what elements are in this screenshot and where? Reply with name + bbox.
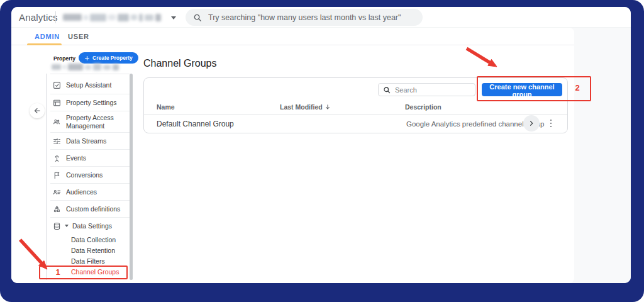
global-search-bar[interactable] (186, 9, 423, 26)
row-more-options-button[interactable] (547, 116, 555, 131)
setup-assistant-icon (53, 81, 61, 89)
data-streams-icon (53, 137, 61, 145)
card-search-input[interactable] (395, 86, 464, 94)
property-section-label: Property (53, 55, 75, 62)
flag-icon (53, 171, 61, 179)
admin-user-tabrow: ADMIN USER (11, 28, 574, 45)
create-channel-group-button[interactable]: Create new channel group (482, 83, 562, 96)
property-selector[interactable] (59, 9, 180, 25)
custom-definitions-icon (53, 205, 61, 213)
top-bar: Analytics (11, 7, 631, 28)
redacted-property-name (52, 63, 121, 71)
sidebar-left-border (46, 74, 47, 280)
sidebar-item-label: Custom definitions (66, 205, 120, 213)
sidebar-subitem-channel-groups[interactable]: Channel Groups (50, 266, 130, 277)
tab-user[interactable]: USER (68, 28, 89, 45)
card-search-box[interactable] (378, 83, 475, 96)
row-name-cell: Default Channel Group (157, 120, 234, 128)
analytics-brand: Analytics (19, 7, 58, 28)
sidebar-item-data-streams[interactable]: Data Streams (50, 132, 130, 149)
column-header-last-modified[interactable]: Last Modified (280, 103, 331, 111)
active-tab-underline (27, 43, 62, 45)
plus-icon (84, 55, 90, 61)
property-settings-icon (53, 99, 61, 107)
page-title: Channel Groups (143, 58, 217, 69)
redacted-account-name (63, 13, 167, 22)
data-settings-submenu: Data Collection Data Retention Data Filt… (50, 234, 130, 277)
property-sidebar-menu: Setup Assistant Property Settings Proper… (50, 77, 130, 277)
sidebar-item-label: Data Settings (72, 222, 112, 230)
sidebar-item-label: Events (66, 154, 86, 162)
sidebar-subitem-data-collection[interactable]: Data Collection (50, 234, 130, 245)
sidebar-subitem-data-retention[interactable]: Data Retention (50, 245, 130, 255)
sidebar-item-label: Audiences (66, 188, 97, 196)
column-header-name: Name (157, 103, 175, 111)
sidebar-item-property-access-management[interactable]: Property Access Management (50, 111, 130, 132)
sidebar-item-label: Conversions (66, 171, 103, 179)
sidebar-item-data-settings[interactable]: Data Settings (50, 217, 130, 234)
global-search-input[interactable] (208, 13, 409, 22)
chevron-right-icon (528, 120, 535, 127)
admin-panel: ADMIN USER Property Create Property (11, 28, 574, 283)
create-property-button[interactable]: Create Property (79, 52, 138, 64)
sort-descending-icon (325, 104, 331, 110)
sidebar-item-conversions[interactable]: Conversions (50, 166, 130, 183)
database-icon (53, 222, 61, 230)
sidebar-item-events[interactable]: Events (50, 149, 130, 166)
sidebar-divider (50, 74, 130, 74)
topbar-divider (55, 11, 56, 23)
open-row-button[interactable] (523, 115, 540, 131)
sidebar-scrollbar[interactable] (130, 74, 133, 280)
expand-caret-icon (65, 225, 69, 227)
sidebar-item-setup-assistant[interactable]: Setup Assistant (50, 77, 130, 94)
sidebar-item-label: Data Streams (66, 137, 106, 145)
collapse-sidebar-button[interactable] (30, 103, 45, 118)
sidebar-item-property-settings[interactable]: Property Settings (50, 94, 130, 111)
tab-admin[interactable]: ADMIN (35, 28, 60, 45)
column-header-label: Last Modified (280, 103, 323, 111)
audiences-icon (53, 188, 61, 196)
events-icon (53, 154, 61, 162)
arrow-left-icon (33, 106, 42, 115)
sidebar-item-label: Property Access Management (66, 114, 130, 129)
create-property-label: Create Property (92, 55, 133, 61)
analytics-app-window: Analytics (11, 7, 631, 283)
sidebar-subitem-data-filters[interactable]: Data Filters (50, 255, 130, 266)
channel-groups-card: Create new channel group Name Last Modif… (143, 77, 568, 133)
sidebar-item-audiences[interactable]: Audiences (50, 183, 130, 200)
column-header-description: Description (405, 103, 441, 111)
screenshot-root: Analytics (0, 0, 644, 302)
sidebar-item-label: Setup Assistant (66, 81, 111, 89)
sidebar-item-label: Property Settings (66, 99, 117, 106)
chevron-down-icon (171, 16, 176, 20)
search-icon (193, 13, 202, 22)
search-icon (383, 86, 391, 94)
sidebar-item-custom-definitions[interactable]: Custom definitions (50, 200, 130, 217)
people-icon (53, 118, 61, 126)
table-row[interactable]: Default Channel Group Google Analytics p… (144, 114, 567, 133)
